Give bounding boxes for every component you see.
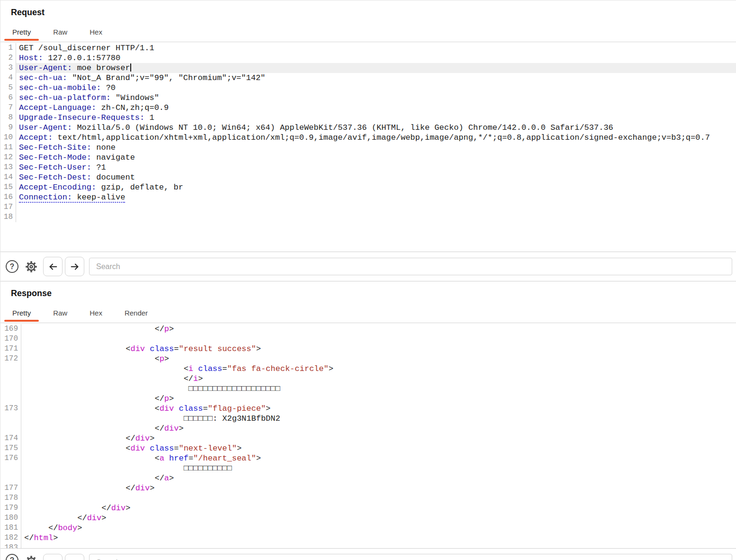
- code-line: □□□□□□□□□□: [0, 463, 736, 473]
- code-line: 179 </div>: [0, 503, 736, 513]
- code-line: 6sec-ch-ua-platform: "Windows": [0, 93, 736, 103]
- line-number: 18: [0, 212, 16, 222]
- settings-gear-icon[interactable]: [24, 554, 39, 560]
- code-line: 9User-Agent: Mozilla/5.0 (Windows NT 10.…: [0, 123, 736, 133]
- response-editor[interactable]: 169 </p>170171 <div class="result succes…: [0, 323, 736, 548]
- request-search-input[interactable]: [89, 258, 732, 275]
- code-text: <div class="next-level">: [21, 443, 736, 453]
- code-text: </html>: [21, 533, 736, 543]
- line-number: 15: [0, 182, 16, 192]
- code-text: Upgrade-Insecure-Requests: 1: [16, 113, 736, 123]
- help-icon[interactable]: ?: [6, 260, 18, 273]
- code-text: Sec-Fetch-Site: none: [16, 143, 736, 153]
- search-previous-button[interactable]: [43, 554, 63, 560]
- line-number: [0, 414, 21, 424]
- line-number: 2: [0, 53, 16, 63]
- line-number: 8: [0, 113, 16, 123]
- code-text: [16, 202, 736, 212]
- line-number: 171: [0, 344, 21, 354]
- code-text: Accept-Encoding: gzip, deflate, br: [16, 182, 736, 192]
- code-text: [21, 493, 736, 503]
- line-number: 11: [0, 143, 16, 153]
- code-line: 14Sec-Fetch-Dest: document: [0, 172, 736, 182]
- code-text: </div>: [21, 503, 736, 513]
- code-text: <p>: [21, 354, 736, 364]
- response-tabs: PrettyRawHexRender: [0, 304, 736, 323]
- line-number: [0, 364, 21, 374]
- code-line: <i class="fas fa-check-circle">: [0, 364, 736, 374]
- code-text: </p>: [21, 394, 736, 404]
- line-number: 7: [0, 103, 16, 113]
- settings-gear-icon[interactable]: [24, 259, 39, 274]
- code-text: <div class="result success">: [21, 344, 736, 354]
- code-line: 2Host: 127.0.0.1:57780: [0, 53, 736, 63]
- line-number: [0, 384, 21, 394]
- code-line: 174 </div>: [0, 434, 736, 443]
- line-number: 183: [0, 543, 21, 548]
- code-text: sec-ch-ua-platform: "Windows": [16, 93, 736, 103]
- code-line: 181 </body>: [0, 523, 736, 533]
- code-text: User-Agent: moe browser: [16, 63, 736, 73]
- request-editor[interactable]: 1GET /soul_discerner HTTP/1.12Host: 127.…: [0, 42, 736, 252]
- request-tabs: PrettyRawHex: [0, 23, 736, 42]
- help-question-glyph: ?: [10, 556, 15, 560]
- tab-render[interactable]: Render: [117, 306, 156, 323]
- line-number: 177: [0, 483, 21, 493]
- tab-hex[interactable]: Hex: [81, 306, 110, 323]
- code-line: 13Sec-Fetch-User: ?1: [0, 163, 736, 172]
- code-line: 182</html>: [0, 533, 736, 543]
- code-text: <a href="/heart_seal">: [21, 453, 736, 463]
- code-line: 12Sec-Fetch-Mode: navigate: [0, 153, 736, 163]
- code-text: </div>: [21, 513, 736, 523]
- line-number: [0, 473, 21, 483]
- tab-pretty[interactable]: Pretty: [4, 25, 39, 42]
- code-text: [21, 334, 736, 344]
- search-next-button[interactable]: [65, 554, 84, 560]
- code-line: □□□□□□: X2g3N1BfbDN2: [0, 414, 736, 424]
- response-search-input[interactable]: [89, 554, 732, 560]
- code-line: 170: [0, 334, 736, 344]
- line-number: 175: [0, 443, 21, 453]
- code-line: 180 </div>: [0, 513, 736, 523]
- line-number: 10: [0, 133, 16, 143]
- help-icon[interactable]: ?: [6, 554, 18, 560]
- code-line: 8Upgrade-Insecure-Requests: 1: [0, 113, 736, 123]
- line-number: [0, 424, 21, 434]
- code-text: Accept-Language: zh-CN,zh;q=0.9: [16, 103, 736, 113]
- help-question-glyph: ?: [10, 262, 15, 271]
- code-line: 176 <a href="/heart_seal">: [0, 453, 736, 463]
- line-number: 14: [0, 172, 16, 182]
- code-text: □□□□□□: X2g3N1BfbDN2: [21, 414, 736, 424]
- line-number: 170: [0, 334, 21, 344]
- line-number: [0, 374, 21, 384]
- line-number: 182: [0, 533, 21, 543]
- search-previous-button[interactable]: [43, 257, 63, 276]
- tab-hex[interactable]: Hex: [81, 25, 110, 42]
- line-number: 181: [0, 523, 21, 533]
- back-arrow-icon: [48, 262, 58, 272]
- tab-pretty[interactable]: Pretty: [4, 306, 39, 323]
- forward-arrow-icon: [70, 559, 80, 560]
- code-text: </a>: [21, 473, 736, 483]
- search-next-button[interactable]: [65, 257, 84, 276]
- code-text: □□□□□□□□□□: [21, 463, 736, 473]
- code-text: sec-ch-ua-mobile: ?0: [16, 83, 736, 93]
- code-line: 4sec-ch-ua: "Not_A Brand";v="99", "Chrom…: [0, 73, 736, 83]
- code-text: Accept: text/html,application/xhtml+xml,…: [16, 133, 736, 143]
- line-number: [0, 463, 21, 473]
- code-line: 10Accept: text/html,application/xhtml+xm…: [0, 133, 736, 143]
- response-panel: Response PrettyRawHexRender 169 </p>1701…: [0, 281, 736, 549]
- code-line: 15Accept-Encoding: gzip, deflate, br: [0, 182, 736, 192]
- code-text: User-Agent: Mozilla/5.0 (Windows NT 10.0…: [16, 123, 736, 133]
- request-panel-title: Request: [0, 0, 736, 23]
- tab-raw[interactable]: Raw: [45, 25, 75, 42]
- line-number: 3: [0, 63, 16, 73]
- back-arrow-icon: [48, 559, 58, 560]
- code-text: <i class="fas fa-check-circle">: [21, 364, 736, 374]
- code-line: 175 <div class="next-level">: [0, 443, 736, 453]
- line-number: 173: [0, 404, 21, 414]
- code-line: 177 </div>: [0, 483, 736, 493]
- tab-raw[interactable]: Raw: [45, 306, 75, 323]
- response-search-toolbar: ?: [0, 549, 736, 560]
- line-number: 6: [0, 93, 16, 103]
